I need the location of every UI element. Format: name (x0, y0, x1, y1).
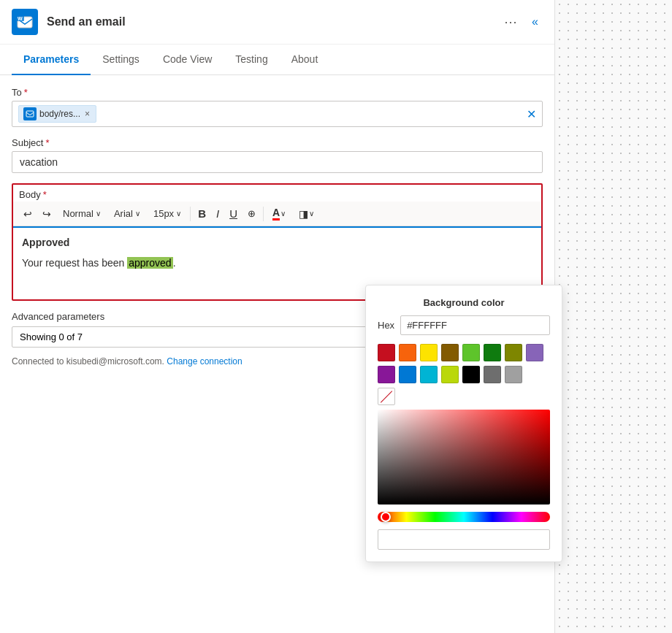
subject-input[interactable] (12, 151, 543, 173)
opacity-input[interactable] (378, 529, 550, 550)
tab-codeview[interactable]: Code View (151, 45, 224, 75)
swatch-dark-gray[interactable] (484, 366, 501, 383)
color-picker-title: Background color (378, 297, 550, 308)
hex-input[interactable] (400, 315, 550, 335)
to-input[interactable]: body/res... × ✕ (12, 101, 543, 127)
to-label: To * (12, 87, 543, 98)
swatch-no-color[interactable] (378, 388, 395, 405)
swatch-orange[interactable] (399, 344, 416, 361)
header: W Send an email ⋯ « (0, 0, 554, 45)
font-chevron-icon: ∨ (135, 210, 140, 218)
undo-icon: ↩ (23, 208, 32, 220)
swatch-dark-green[interactable] (484, 344, 501, 361)
toolbar-divider-1 (190, 207, 191, 221)
editor-heading: Approved (22, 237, 532, 248)
app-icon: W (12, 9, 38, 35)
swatch-brown[interactable] (441, 344, 459, 361)
redo-icon: ↪ (42, 208, 51, 220)
swatch-light-green[interactable] (462, 344, 480, 361)
to-token: body/res... × (18, 105, 96, 123)
tab-settings[interactable]: Settings (91, 45, 151, 75)
body-label: Body * (13, 185, 541, 202)
link-button[interactable]: ⊕ (243, 205, 260, 222)
side-panel (555, 0, 672, 633)
to-field-group: To * body/res... × ✕ (12, 87, 543, 127)
undo-button[interactable]: ↩ (19, 205, 37, 223)
subject-field-group: Subject * (12, 137, 543, 173)
underline-button[interactable]: U (225, 204, 242, 223)
swatches-row-2 (378, 366, 550, 383)
token-text: body/res... (39, 109, 80, 119)
header-actions: ⋯ « (500, 11, 543, 33)
tab-about[interactable]: About (280, 45, 330, 75)
to-required: * (24, 87, 28, 98)
approved-highlight: approved (127, 257, 172, 269)
font-select[interactable]: Arial ∨ (108, 206, 146, 221)
swatch-purple[interactable] (526, 344, 543, 361)
body-text-before: Your request has been (22, 257, 127, 269)
tab-parameters[interactable]: Parameters (12, 45, 91, 75)
collapse-button[interactable]: « (527, 12, 543, 31)
bold-button[interactable]: B (194, 204, 210, 223)
swatch-yellow[interactable] (420, 344, 438, 361)
subject-required: * (45, 137, 49, 148)
svg-text:W: W (18, 16, 23, 21)
color-picker-popup: Background color Hex (365, 285, 562, 562)
svg-rect-3 (26, 111, 34, 117)
body-field-wrapper: Body * ↩ ↪ Normal ∨ Arial ∨ (12, 183, 543, 301)
body-text-after: . (173, 257, 176, 269)
toolbar-divider-2 (263, 207, 264, 221)
advanced-select-value: Showing 0 of 7 (20, 331, 83, 342)
tab-testing[interactable]: Testing (224, 45, 279, 75)
body-required: * (43, 189, 47, 200)
swatch-teal[interactable] (420, 366, 438, 383)
connected-text: Connected to kisubedi@microsoft.com. (12, 356, 164, 367)
page-title: Send an email (47, 15, 491, 28)
swatch-light-gray[interactable] (505, 366, 522, 383)
font-color-select[interactable]: A ∨ (267, 204, 291, 223)
font-color-icon: A (272, 207, 280, 220)
redo-button[interactable]: ↪ (38, 205, 56, 223)
size-chevron-icon: ∨ (176, 210, 181, 218)
swatch-lime[interactable] (441, 366, 459, 383)
style-select[interactable]: Normal ∨ (57, 206, 107, 221)
editor-toolbar: ↩ ↪ Normal ∨ Arial ∨ 15px ∨ (13, 202, 541, 226)
font-color-chevron-icon: ∨ (280, 210, 286, 218)
swatch-black[interactable] (462, 366, 480, 383)
swatch-olive[interactable] (505, 344, 522, 361)
token-icon (23, 107, 37, 120)
size-select[interactable]: 15px ∨ (148, 206, 187, 221)
editor-body: Your request has been approved. (22, 257, 532, 269)
hex-label: Hex (378, 320, 394, 331)
more-options-button[interactable]: ⋯ (500, 11, 522, 33)
token-close-button[interactable]: × (83, 109, 91, 119)
swatches-row-3 (378, 388, 550, 405)
hue-slider[interactable] (378, 512, 550, 522)
color-gradient[interactable] (378, 410, 550, 505)
style-chevron-icon: ∨ (96, 210, 101, 218)
change-connection-link[interactable]: Change connection (167, 356, 242, 367)
highlight-icon: ◨ (299, 208, 308, 220)
swatch-red[interactable] (378, 344, 395, 361)
subject-label: Subject * (12, 137, 543, 148)
highlight-color-select[interactable]: ◨ ∨ (293, 206, 320, 222)
italic-button[interactable]: I (212, 204, 224, 223)
hex-row: Hex (378, 315, 550, 335)
swatch-blue[interactable] (399, 366, 416, 383)
to-clear-button[interactable]: ✕ (527, 107, 536, 121)
swatches-row-1 (378, 344, 550, 361)
tab-bar: Parameters Settings Code View Testing Ab… (0, 45, 554, 75)
hue-thumb (381, 512, 391, 522)
highlight-chevron-icon: ∨ (309, 210, 314, 218)
swatch-magenta[interactable] (378, 366, 395, 383)
link-icon: ⊕ (248, 208, 256, 219)
